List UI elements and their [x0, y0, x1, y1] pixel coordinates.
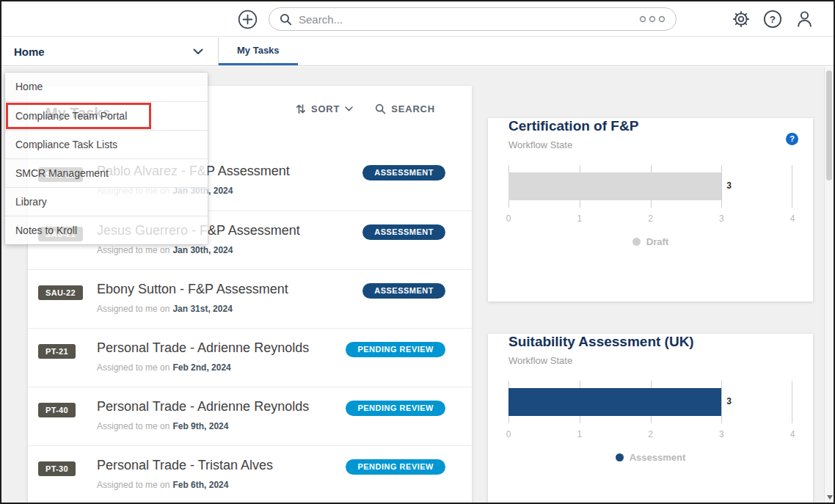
menu-item-label: Notes to Kroll: [15, 224, 77, 236]
search-icon: [375, 103, 386, 114]
sort-control[interactable]: SORT: [296, 103, 353, 114]
chart-legend: Assessment: [488, 452, 813, 463]
chart-title: Certification of F&P: [508, 118, 792, 134]
assigned-prefix: Assigned to me on: [97, 480, 169, 490]
sort-arrows-icon: [296, 103, 306, 114]
help-button[interactable]: ?: [763, 10, 782, 29]
profile-button[interactable]: [795, 9, 814, 29]
task-ref-badge: PT-30: [38, 461, 76, 476]
content-area: My Tasks SORT S: [1, 67, 834, 503]
bar-draft: [508, 172, 721, 200]
menu-item-library[interactable]: Library: [5, 187, 208, 216]
legend-dot: [616, 453, 624, 461]
chart-title: Suitability Assessment (UK): [508, 334, 792, 350]
person-icon: [795, 9, 814, 29]
assigned-date: Feb 9th, 2024: [172, 421, 228, 431]
tab-label: My Tasks: [237, 45, 280, 56]
scrollbar-thumb[interactable]: [826, 70, 832, 180]
chart-legend: Draft: [488, 236, 813, 247]
search-icon: [280, 13, 292, 26]
menu-item-label: Home: [15, 81, 43, 92]
list-controls: SORT SEARCH: [296, 103, 435, 114]
search-label: SEARCH: [391, 103, 435, 114]
global-search[interactable]: [269, 7, 677, 31]
status-badge: PENDING REVIEW: [346, 342, 445, 357]
menu-item-compliance-task-lists[interactable]: Compliance Task Lists: [5, 130, 208, 158]
menu-item-label: Compliance Task Lists: [15, 139, 117, 150]
task-row[interactable]: PT-21 Personal Trade - Adrienne Reynolds…: [28, 328, 472, 387]
legend-label: Draft: [646, 236, 668, 247]
task-ref-badge: PT-40: [38, 403, 76, 417]
tick-label: 3: [719, 429, 724, 439]
tick-label: 3: [719, 213, 724, 224]
tab-my-tasks[interactable]: My Tasks: [219, 37, 298, 65]
add-button[interactable]: [238, 10, 258, 29]
tick-label: 2: [648, 429, 653, 439]
top-bar: ?: [1, 1, 834, 37]
menu-item-label: Compliance Team Portal: [15, 110, 127, 122]
assigned-date: Feb 6th, 2024: [172, 480, 228, 490]
task-title: Ebony Sutton - F&P Assessment: [97, 282, 288, 297]
sort-label: SORT: [311, 103, 340, 114]
bar-value-label: 3: [726, 180, 732, 191]
chevron-down-icon: [345, 106, 353, 112]
scrollbar[interactable]: [824, 67, 834, 503]
svg-text:?: ?: [770, 13, 776, 24]
gridline: [792, 165, 792, 208]
task-title: Personal Trade - Adrienne Reynolds: [97, 340, 309, 356]
scrollbar-down-arrow[interactable]: [827, 495, 833, 500]
legend-label: Assessment: [630, 452, 686, 463]
bar-plot: 3: [508, 381, 792, 423]
status-badge: ASSESSMENT: [362, 283, 445, 299]
menu-item-label: Library: [15, 196, 47, 208]
chart-card-suitability: Suitability Assessment (UK) Workflow Sta…: [488, 334, 813, 504]
menu-item-label: SMCR Management: [15, 167, 109, 179]
module-dropdown[interactable]: Home: [1, 37, 219, 65]
chevron-down-icon: [193, 48, 203, 55]
plus-circle-icon: [238, 10, 258, 29]
task-ref-badge: SAU-22: [38, 285, 83, 300]
nav-bar: Home My Tasks: [1, 37, 834, 66]
task-row[interactable]: PT-30 Personal Trade - Tristan Alves Ass…: [28, 445, 472, 504]
search-options-icon[interactable]: [639, 15, 666, 23]
module-label: Home: [14, 45, 45, 58]
status-badge: PENDING REVIEW: [346, 401, 445, 416]
settings-button[interactable]: [732, 10, 751, 29]
home-dropdown-menu: Home Compliance Team Portal Compliance T…: [5, 73, 208, 244]
tick-label: 4: [790, 213, 795, 224]
gridline: [721, 381, 722, 423]
chart-subtitle: Workflow State: [508, 139, 792, 150]
menu-item-home[interactable]: Home: [5, 73, 208, 101]
chart-card-certification: ? Certification of F&P Workflow State 3 …: [488, 118, 813, 302]
chart-help-icon[interactable]: ?: [786, 133, 798, 145]
status-badge: ASSESSMENT: [362, 165, 445, 180]
task-row[interactable]: SAU-22 Ebony Sutton - F&P Assessment Ass…: [28, 269, 472, 328]
task-assigned: Assigned to me onJan 30th, 2024: [97, 245, 233, 255]
assigned-date: Jan 31st, 2024: [172, 304, 232, 314]
bar-value-label: 3: [726, 396, 732, 406]
menu-item-smcr-management[interactable]: SMCR Management: [5, 158, 208, 187]
bar-plot: 3: [508, 165, 792, 208]
gear-icon: [732, 10, 751, 29]
menu-item-notes-to-kroll[interactable]: Notes to Kroll: [5, 216, 208, 244]
task-assigned: Assigned to me onJan 31st, 2024: [97, 304, 233, 314]
task-title: Personal Trade - Adrienne Reynolds: [97, 399, 309, 414]
tick-label: 2: [648, 213, 653, 224]
search-control[interactable]: SEARCH: [375, 103, 435, 114]
search-input[interactable]: [299, 13, 639, 26]
menu-item-compliance-team-portal[interactable]: Compliance Team Portal: [5, 101, 208, 130]
gridline: [721, 165, 722, 208]
app-window: ? Home My Tasks: [0, 0, 835, 504]
status-badge: PENDING REVIEW: [346, 459, 445, 475]
bar-assessment: [508, 388, 721, 416]
x-axis: 0 1 2 3 4: [508, 429, 792, 440]
assigned-prefix: Assigned to me on: [97, 245, 169, 255]
assigned-prefix: Assigned to me on: [97, 421, 169, 431]
chart-subtitle: Workflow State: [508, 355, 792, 366]
assigned-date: Feb 2nd, 2024: [172, 362, 230, 373]
gridline: [792, 381, 792, 423]
task-assigned: Assigned to me onFeb 2nd, 2024: [97, 362, 231, 373]
tick-label: 4: [790, 429, 795, 439]
task-row[interactable]: PT-40 Personal Trade - Adrienne Reynolds…: [28, 387, 472, 445]
task-ref-badge: PT-21: [38, 344, 76, 359]
